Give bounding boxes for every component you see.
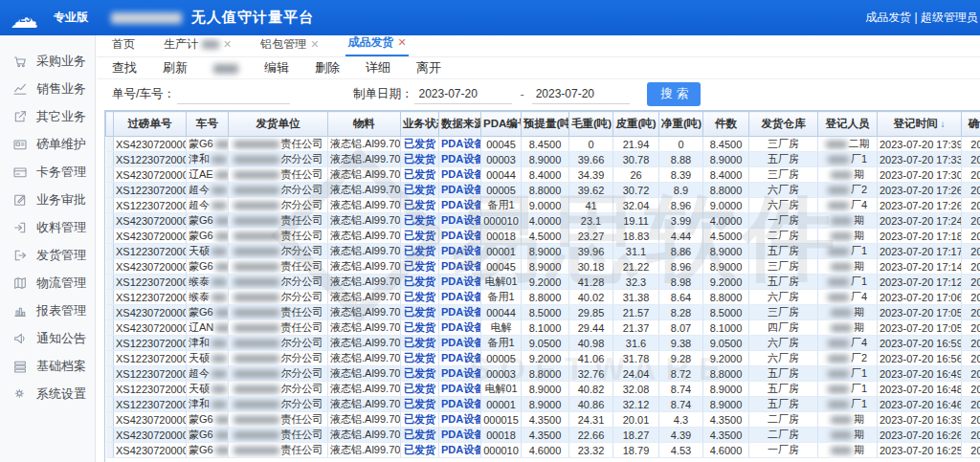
row-selector-cell[interactable]: [106, 382, 114, 397]
sidebar-item-map[interactable]: 物流管理: [0, 269, 95, 297]
column-header-pieces[interactable]: 件数: [703, 112, 749, 137]
row-selector-cell[interactable]: [106, 443, 114, 458]
tab-成品发货[interactable]: 成品发货✕: [345, 34, 408, 56]
table-row[interactable]: XS12230720000087津和尔分公司液态铝.Al99.70DT已发货PD…: [106, 336, 980, 351]
close-tab-icon[interactable]: ✕: [223, 38, 232, 51]
sidebar-item-trend[interactable]: 销售业务: [0, 75, 95, 102]
date-from-input[interactable]: [414, 85, 512, 104]
sidebar-item-creditcard[interactable]: 卡务管理: [0, 158, 95, 186]
row-selector-cell[interactable]: [106, 320, 114, 336]
column-header-plate[interactable]: 车号: [187, 112, 229, 137]
date-to-input[interactable]: [532, 85, 630, 104]
column-header-time[interactable]: 登记时间 ↓: [878, 112, 962, 137]
close-tab-icon[interactable]: ✕: [310, 38, 319, 51]
sidebar-item-gear[interactable]: 系统设置: [0, 380, 95, 407]
sidebar-item-archive[interactable]: 基础档案: [0, 352, 95, 380]
row-selector-cell[interactable]: [106, 229, 114, 244]
table-row[interactable]: XS12230720000083天硕尔分公司液态铝.Al99.70DT已发货PD…: [106, 351, 980, 366]
column-header-wh[interactable]: 发货仓库: [749, 112, 818, 137]
table-row[interactable]: XS12230720000089津和尔分公司液态铝.Al99.70DT已发货PD…: [106, 152, 980, 167]
search-button[interactable]: 搜索: [647, 82, 701, 106]
table-row[interactable]: XS4230720000117蒙G6责任公司液态铝.Al99.70DT已发货PD…: [106, 428, 980, 443]
sidebar-item-share[interactable]: 其它业务: [0, 102, 95, 130]
row-selector-cell[interactable]: [106, 428, 114, 443]
row-selector-cell[interactable]: [106, 198, 114, 213]
user-info[interactable]: 成品发货 | 超级管理员: [865, 0, 978, 35]
table-row[interactable]: XS4230720000119辽AN责任公司液态铝.Al99.70DT已发货PD…: [106, 320, 980, 336]
column-header-no[interactable]: 过磅单号: [114, 112, 187, 137]
cell-no: XS4230720000109: [114, 259, 187, 275]
row-selector-cell[interactable]: [106, 290, 114, 305]
column-header-confirm[interactable]: 确认时间: [962, 112, 980, 137]
sidebar-item-speaker[interactable]: 通知公告: [0, 324, 95, 352]
table-row[interactable]: XS12230720000079天硕尔分公司液态铝.Al99.70DT已发货PD…: [106, 382, 980, 397]
row-selector-cell[interactable]: [106, 397, 114, 412]
toolbar-button-离开[interactable]: 离开: [416, 59, 441, 77]
sidebar-item-arrow-out[interactable]: 发货管理: [0, 241, 95, 269]
column-header-status[interactable]: 业务状态: [401, 112, 439, 137]
sidebar-item-barchart[interactable]: 报表管理: [0, 297, 95, 324]
table-row[interactable]: XS4230720000124蒙G6责任公司液态铝.Al99.70已发货PDA设…: [106, 213, 980, 229]
tab-首页[interactable]: 首页: [110, 36, 137, 56]
row-selector-cell[interactable]: [106, 213, 114, 229]
speaker-icon: [12, 331, 28, 346]
column-header-net[interactable]: 净重(吨): [659, 112, 703, 137]
table-row[interactable]: XS12230720000084津和尔分公司液态铝.Al99.70DT已发货PD…: [106, 397, 980, 412]
sidebar-item-arrow-in[interactable]: 收料管理: [0, 213, 95, 241]
cell-status: 已发货: [401, 229, 439, 244]
column-header-planned[interactable]: 预提量(吨): [522, 112, 569, 137]
row-selector-cell[interactable]: [106, 259, 114, 275]
table-row[interactable]: XS4230720000123蒙G6责任公司液态铝.Al99.70DT已发货PD…: [106, 229, 980, 244]
toolbar-button-redacted[interactable]: [213, 61, 238, 76]
cell-registrar: 厂1: [818, 152, 878, 167]
cell-gross: 39.62: [569, 183, 613, 198]
table-row[interactable]: XS4230720000111蒙G6责任公司液态铝.Al99.70DT已发货PD…: [106, 443, 980, 458]
toolbar-button-编辑[interactable]: 编辑: [264, 59, 289, 77]
row-selector-cell[interactable]: [106, 366, 114, 382]
order-number-input[interactable]: [177, 85, 290, 104]
row-selector-cell[interactable]: [106, 137, 114, 152]
tab-铝包管理[interactable]: 铝包管理✕: [258, 36, 321, 56]
row-selector-cell[interactable]: [106, 351, 114, 366]
row-selector-cell[interactable]: [106, 305, 114, 320]
close-tab-icon[interactable]: ✕: [397, 36, 406, 49]
row-selector-cell[interactable]: [106, 336, 114, 351]
row-selector-cell[interactable]: [106, 244, 114, 259]
toolbar-button-查找[interactable]: 查找: [112, 59, 137, 77]
table-row[interactable]: XS12230720000088超今尔分公司液态铝.Al99.70DT已发货PD…: [106, 183, 980, 198]
toolbar-button-详细[interactable]: 详细: [366, 59, 390, 77]
column-header-tare[interactable]: 皮重(吨): [613, 112, 659, 137]
column-header-consignor[interactable]: 发货单位: [229, 112, 328, 137]
table-row[interactable]: XS12230720000086缑泰尔分公司液态铝.Al99.70DT已发货PD…: [106, 275, 980, 290]
toolbar-button-刷新[interactable]: 刷新: [163, 59, 188, 77]
column-header-pda[interactable]: PDA编号: [481, 112, 522, 137]
column-header-sel[interactable]: [106, 112, 114, 137]
sidebar-item-idcard[interactable]: 磅单维护: [0, 130, 95, 158]
tab-生产计[interactable]: 生产计✕: [162, 36, 234, 56]
table-row[interactable]: XS12230720000082缑泰尔分公司液态铝.Al99.70DT已发货PD…: [106, 290, 980, 305]
table-row[interactable]: XS12230720000080天硕尔分公司液态铝.Al99.70DT已发货PD…: [106, 244, 980, 259]
idcard-icon: [12, 137, 28, 152]
column-header-material[interactable]: 物料: [328, 112, 401, 137]
table-row[interactable]: XS4230720000115蒙G6责任公司液态铝.Al99.70已发货PDA设…: [106, 412, 980, 428]
cell-no: XS12230720000079: [114, 382, 187, 397]
column-header-gross[interactable]: 毛重(吨): [569, 112, 613, 137]
sidebar-item-edit[interactable]: 业务审批: [0, 186, 95, 213]
table-row[interactable]: XS4230720000109蒙G6责任公司液态铝.Al99.70已发货PDA设…: [106, 259, 980, 275]
table-row[interactable]: XS4230720000113蒙G6责任公司液态铝.Al99.70DT已发货PD…: [106, 305, 980, 320]
row-selector-cell[interactable]: [106, 167, 114, 183]
tab-bar: 首页生产计✕铝包管理✕成品发货✕: [97, 35, 980, 57]
row-selector-cell[interactable]: [106, 183, 114, 198]
cell-gross: 39.66: [569, 152, 613, 167]
sidebar-item-cart[interactable]: 采购业务: [0, 47, 95, 75]
row-selector-cell[interactable]: [106, 152, 114, 167]
table-row[interactable]: XS12230720000090超今尔分公司液态铝.Al99.70DT已发货PD…: [106, 198, 980, 213]
toolbar-button-删除[interactable]: 删除: [315, 59, 340, 77]
column-header-reg[interactable]: 登记人员: [818, 112, 878, 137]
column-header-source[interactable]: 数据来源: [439, 112, 481, 137]
table-row[interactable]: XS12230720000085超今尔分公司液态铝.Al99.70DT已发货PD…: [106, 366, 980, 382]
row-selector-cell[interactable]: [106, 275, 114, 290]
table-row[interactable]: XS4230720000120蒙G6责任公司液态铝.Al99.70已发货PDA设…: [106, 137, 980, 152]
table-row[interactable]: XS4230720000116辽AE责任公司液态铝.Al99.70DT已发货PD…: [106, 167, 980, 183]
row-selector-cell[interactable]: [106, 412, 114, 428]
